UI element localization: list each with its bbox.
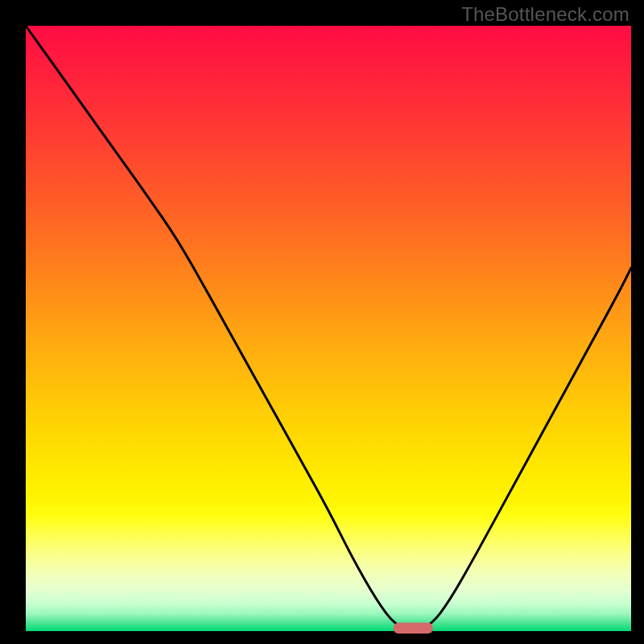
bottleneck-chart — [0, 0, 644, 644]
watermark-text: TheBottleneck.com — [461, 3, 630, 26]
chart-stage: TheBottleneck.com — [0, 0, 644, 644]
plot-background — [26, 26, 631, 631]
optimal-marker — [394, 622, 433, 634]
